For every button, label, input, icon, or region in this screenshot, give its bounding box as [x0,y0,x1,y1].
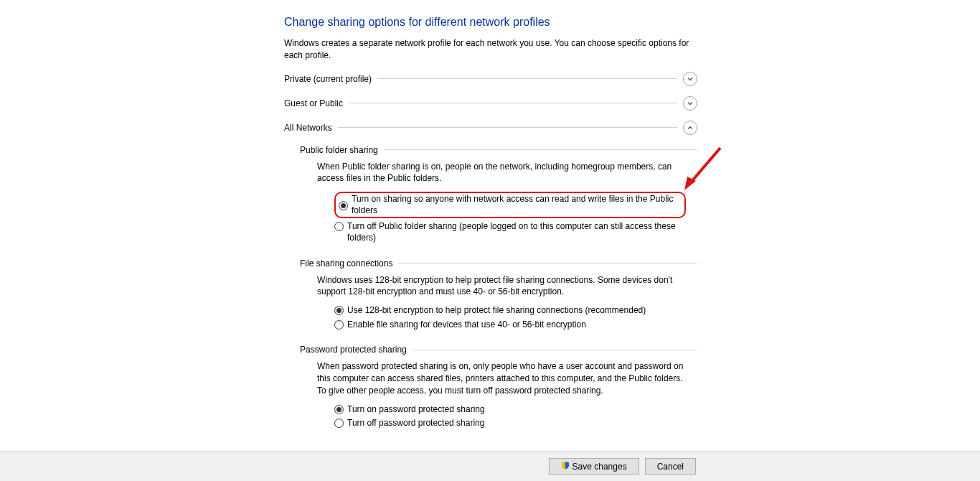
password-desc: When password protected sharing is on, o… [317,360,690,396]
section-password-protected-sharing: Password protected sharing When password… [300,345,697,429]
save-button-label: Save changes [573,462,627,472]
divider [338,127,677,128]
profile-all-header[interactable]: All Networks [284,121,697,135]
profile-private-header[interactable]: Private (current profile) [284,72,697,86]
cancel-button-label: Cancel [657,462,684,472]
radio-password-on[interactable] [334,405,344,414]
profile-guest-header[interactable]: Guest or Public [284,96,697,111]
cancel-button[interactable]: Cancel [645,458,696,475]
divider [349,103,677,103]
divider [413,350,697,350]
section-file-sharing-connections: File sharing connections Windows uses 12… [300,258,697,331]
shield-icon [561,461,570,472]
radio-password-on-label[interactable]: Turn on password protected sharing [347,404,485,416]
settings-panel: Change sharing options for different net… [284,16,697,432]
chevron-down-icon[interactable] [683,72,697,86]
profile-private-label: Private (current profile) [284,74,372,84]
section-public-folder-sharing: Public folder sharing When Public folder… [300,145,697,244]
radio-public-on[interactable] [339,201,348,210]
radio-enc-128[interactable] [334,306,344,315]
radio-password-off-label[interactable]: Turn off password protected sharing [347,418,484,429]
page-title: Change sharing options for different net… [284,16,697,29]
radio-password-off[interactable] [334,419,344,428]
divider [377,78,677,79]
chevron-up-icon[interactable] [683,121,697,135]
radio-public-off[interactable] [334,222,344,231]
public-folder-heading: Public folder sharing [300,145,378,155]
radio-public-off-label[interactable]: Turn off Public folder sharing (people l… [347,221,677,243]
password-heading: Password protected sharing [300,345,407,355]
profile-all-label: All Networks [284,123,332,133]
bottom-bar: Save changes Cancel [0,451,980,481]
radio-public-on-label[interactable]: Turn on sharing so anyone with network a… [352,194,682,216]
fileconn-heading: File sharing connections [300,258,392,268]
radio-enc-4056[interactable] [334,320,344,330]
profile-guest-label: Guest or Public [284,98,343,108]
chevron-down-icon[interactable] [683,96,697,111]
page-subtitle: Windows creates a separate network profi… [284,37,697,62]
radio-enc-128-label[interactable]: Use 128-bit encryption to help protect f… [347,305,646,317]
highlighted-option: Turn on sharing so anyone with network a… [334,192,686,218]
save-changes-button[interactable]: Save changes [549,458,639,475]
radio-enc-4056-label[interactable]: Enable file sharing for devices that use… [347,319,586,331]
divider [398,263,697,263]
fileconn-desc: Windows uses 128-bit encryption to help … [317,274,690,299]
public-folder-desc: When Public folder sharing is on, people… [317,161,690,185]
divider [384,149,697,150]
